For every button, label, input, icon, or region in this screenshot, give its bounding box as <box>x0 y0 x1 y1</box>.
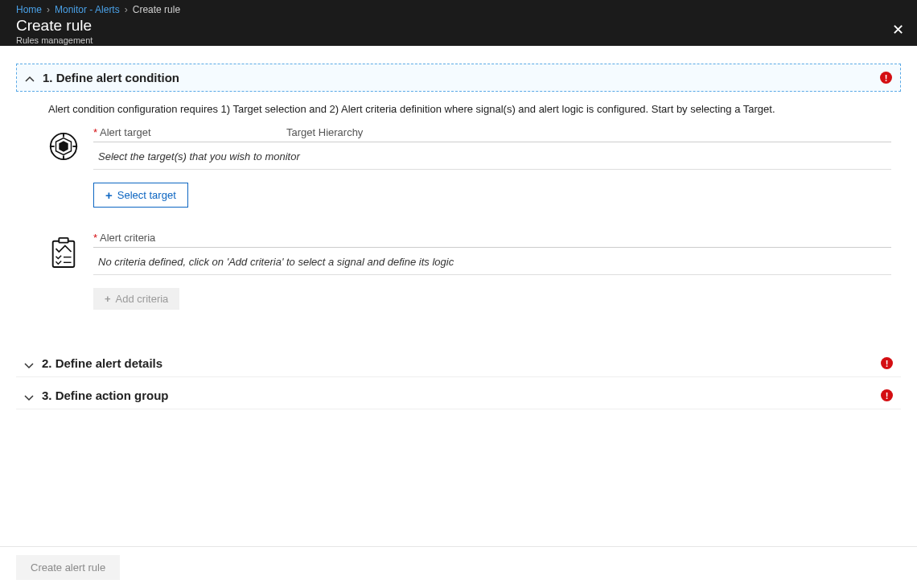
alert-criteria-placeholder: No criteria defined, click on 'Add crite… <box>93 248 891 275</box>
chevron-down-icon <box>24 391 34 401</box>
panel-title-action-group: 3. Define action group <box>42 389 169 402</box>
breadcrumb: Home › Monitor - Alerts › Create rule <box>16 0 901 15</box>
add-criteria-button-label: Add criteria <box>116 293 169 305</box>
page-title: Create rule <box>16 17 901 35</box>
svg-rect-8 <box>59 238 68 243</box>
alert-target-placeholder: Select the target(s) that you wish to mo… <box>93 142 891 170</box>
chevron-right-icon: › <box>125 4 128 15</box>
panel-header-condition[interactable]: 1. Define alert condition ! <box>16 64 901 92</box>
condition-description: Alert condition configuration requires 1… <box>48 103 891 115</box>
error-icon: ! <box>881 357 893 369</box>
create-alert-rule-button: Create alert rule <box>16 555 120 580</box>
panel-title-details: 2. Define alert details <box>42 356 162 370</box>
alert-criteria-label: Alert criteria <box>93 232 286 244</box>
breadcrumb-monitor-alerts[interactable]: Monitor - Alerts <box>55 4 120 15</box>
target-icon <box>48 131 79 162</box>
close-icon[interactable]: ✕ <box>892 21 904 39</box>
panel-header-details[interactable]: 2. Define alert details ! <box>16 350 901 377</box>
alert-target-row: Alert target Target Hierarchy Select the… <box>48 126 891 208</box>
svg-rect-7 <box>53 241 75 267</box>
panel-header-action-group[interactable]: 3. Define action group ! <box>16 382 901 409</box>
select-target-button-label: Select target <box>117 189 176 201</box>
page-subtitle: Rules management <box>16 35 901 45</box>
footer: Create alert rule <box>0 546 917 588</box>
plus-icon: + <box>105 293 111 305</box>
header: Home › Monitor - Alerts › Create rule Cr… <box>0 0 917 46</box>
plus-icon: + <box>105 188 113 202</box>
error-icon: ! <box>880 72 892 84</box>
chevron-down-icon <box>24 359 34 368</box>
breadcrumb-home[interactable]: Home <box>16 4 42 15</box>
svg-marker-2 <box>59 141 68 151</box>
content-area: 1. Define alert condition ! Alert condit… <box>0 46 917 409</box>
breadcrumb-current: Create rule <box>133 4 180 15</box>
target-hierarchy-label: Target Hierarchy <box>286 126 363 138</box>
add-criteria-button: + Add criteria <box>93 288 179 310</box>
panel-body-condition: Alert condition configuration requires 1… <box>16 92 901 345</box>
chevron-right-icon: › <box>47 4 50 15</box>
chevron-up-icon <box>25 73 35 83</box>
select-target-button[interactable]: + Select target <box>93 183 188 208</box>
panel-define-action-group: 3. Define action group ! <box>16 382 901 409</box>
criteria-icon <box>48 236 79 267</box>
panel-define-alert-details: 2. Define alert details ! <box>16 350 901 377</box>
alert-target-label: Alert target <box>93 126 286 138</box>
alert-criteria-row: Alert criteria No criteria defined, clic… <box>48 232 891 310</box>
panel-define-alert-condition: 1. Define alert condition ! Alert condit… <box>16 64 901 345</box>
error-icon: ! <box>881 389 893 401</box>
panel-title-condition: 1. Define alert condition <box>43 71 179 84</box>
